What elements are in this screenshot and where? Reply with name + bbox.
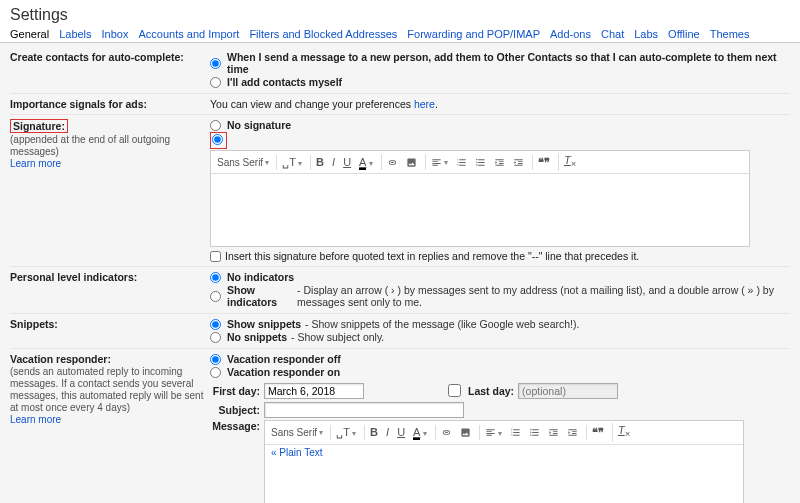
snippets-none-label: No snippets xyxy=(227,331,287,343)
vac-bold-button[interactable]: B xyxy=(364,425,381,440)
page-title: Settings xyxy=(0,0,800,28)
signature-insert-before-label: Insert this signature before quoted text… xyxy=(225,250,639,262)
font-family-select[interactable]: Sans Serif xyxy=(215,156,271,169)
vac-indent-more-button[interactable] xyxy=(564,425,581,441)
vac-bullist-button[interactable] xyxy=(526,425,543,441)
indent-more-icon xyxy=(513,157,524,168)
contacts-opt1-label: When I send a message to a new person, a… xyxy=(227,51,790,75)
indent-more-button[interactable] xyxy=(510,154,527,170)
indicators-show-label: Show indicators xyxy=(227,284,293,308)
tab-general[interactable]: General xyxy=(10,28,49,40)
underline-button[interactable]: U xyxy=(340,155,354,170)
vac-font-family-select[interactable]: Sans Serif xyxy=(269,426,325,439)
snippets-label: Snippets: xyxy=(10,318,210,344)
first-day-label: First day: xyxy=(210,385,260,397)
tab-chat[interactable]: Chat xyxy=(601,28,624,40)
signature-insert-before-checkbox[interactable] xyxy=(210,251,221,262)
vacation-on-label: Vacation responder on xyxy=(227,366,340,378)
bold-button[interactable]: B xyxy=(310,155,327,170)
indicators-show-radio[interactable] xyxy=(210,291,221,302)
vacation-on-radio[interactable] xyxy=(210,367,221,378)
last-day-label: Last day: xyxy=(468,385,514,397)
indent-more-icon xyxy=(567,427,578,438)
signature-custom-radio[interactable] xyxy=(212,134,223,145)
subject-label: Subject: xyxy=(210,404,260,416)
vac-italic-button[interactable]: I xyxy=(383,425,392,440)
vac-clear-format-button[interactable]: T× xyxy=(612,423,633,441)
image-icon xyxy=(406,157,417,168)
tab-forwarding[interactable]: Forwarding and POP/IMAP xyxy=(407,28,540,40)
indent-less-icon xyxy=(548,427,559,438)
plain-text-toggle[interactable]: « Plain Text xyxy=(265,445,743,460)
tab-labels[interactable]: Labels xyxy=(59,28,91,40)
align-icon xyxy=(431,157,442,168)
tab-offline[interactable]: Offline xyxy=(668,28,700,40)
snippets-none-radio[interactable] xyxy=(210,332,221,343)
row-signature: Signature: (appended at the end of all o… xyxy=(10,114,790,266)
vac-underline-button[interactable]: U xyxy=(394,425,408,440)
numbered-list-button[interactable] xyxy=(453,154,470,170)
signature-learn-more[interactable]: Learn more xyxy=(10,158,61,169)
snippets-none-desc: - Show subject only. xyxy=(291,331,384,343)
settings-tabs: General Labels Inbox Accounts and Import… xyxy=(0,28,800,43)
vacation-sub: (sends an automated reply to incoming me… xyxy=(10,366,203,413)
row-indicators: Personal level indicators: No indicators… xyxy=(10,266,790,313)
ads-link[interactable]: here xyxy=(414,98,435,110)
indicators-show-desc: - Display an arrow ( › ) by messages sen… xyxy=(297,284,790,308)
indicators-none-radio[interactable] xyxy=(210,272,221,283)
vac-image-button[interactable] xyxy=(457,425,474,441)
vacation-off-radio[interactable] xyxy=(210,354,221,365)
snippets-show-radio[interactable] xyxy=(210,319,221,330)
last-day-input xyxy=(518,383,618,399)
vac-font-size-select[interactable]: ␣T xyxy=(330,425,359,440)
snippets-show-desc: - Show snippets of the message (like Goo… xyxy=(305,318,579,330)
image-button[interactable] xyxy=(403,154,420,170)
vacation-textarea[interactable] xyxy=(265,460,743,503)
signature-sub: (appended at the end of all outgoing mes… xyxy=(10,134,170,157)
subject-input[interactable] xyxy=(264,402,464,418)
tab-filters[interactable]: Filters and Blocked Addresses xyxy=(249,28,397,40)
row-vacation: Vacation responder: (sends an automated … xyxy=(10,348,790,503)
clear-format-button[interactable]: T× xyxy=(558,153,579,171)
vac-text-color-button[interactable]: A xyxy=(410,425,430,440)
signature-none-radio[interactable] xyxy=(210,120,221,131)
vacation-learn-more[interactable]: Learn more xyxy=(10,414,61,425)
message-label: Message: xyxy=(210,420,260,432)
tab-accounts[interactable]: Accounts and Import xyxy=(138,28,239,40)
vacation-off-label: Vacation responder off xyxy=(227,353,341,365)
align-button[interactable] xyxy=(425,154,451,170)
text-color-button[interactable]: A xyxy=(356,155,376,170)
bullet-list-icon xyxy=(475,157,486,168)
settings-content: Create contacts for auto-complete: When … xyxy=(0,43,800,503)
vac-link-button[interactable] xyxy=(435,425,455,441)
vac-indent-less-button[interactable] xyxy=(545,425,562,441)
contacts-opt2-label: I'll add contacts myself xyxy=(227,76,342,88)
contacts-opt1-radio[interactable] xyxy=(210,58,221,69)
italic-button[interactable]: I xyxy=(329,155,338,170)
quote-button[interactable]: ❝❞ xyxy=(532,155,553,170)
vac-numlist-button[interactable] xyxy=(507,425,524,441)
font-size-select[interactable]: ␣T xyxy=(276,155,305,170)
ads-label: Importance signals for ads: xyxy=(10,98,210,110)
row-snippets: Snippets: Show snippets - Show snippets … xyxy=(10,313,790,348)
link-button[interactable] xyxy=(381,154,401,170)
signature-toolbar: Sans Serif ␣T B I U A ❝❞ T× xyxy=(211,151,749,174)
signature-editor: Sans Serif ␣T B I U A ❝❞ T× xyxy=(210,150,750,247)
tab-addons[interactable]: Add-ons xyxy=(550,28,591,40)
indicators-label: Personal level indicators: xyxy=(10,271,210,309)
signature-textarea[interactable] xyxy=(211,174,749,246)
bullet-list-button[interactable] xyxy=(472,154,489,170)
tab-labs[interactable]: Labs xyxy=(634,28,658,40)
last-day-checkbox[interactable] xyxy=(448,384,461,397)
vacation-editor: Sans Serif ␣T B I U A xyxy=(264,420,744,503)
vac-quote-button[interactable]: ❝❞ xyxy=(586,425,607,440)
first-day-input[interactable] xyxy=(264,383,364,399)
numbered-list-icon xyxy=(456,157,467,168)
tab-themes[interactable]: Themes xyxy=(710,28,750,40)
tab-inbox[interactable]: Inbox xyxy=(102,28,129,40)
indent-less-icon xyxy=(494,157,505,168)
vac-align-button[interactable] xyxy=(479,425,505,441)
indent-less-button[interactable] xyxy=(491,154,508,170)
signature-none-label: No signature xyxy=(227,119,291,131)
contacts-opt2-radio[interactable] xyxy=(210,77,221,88)
